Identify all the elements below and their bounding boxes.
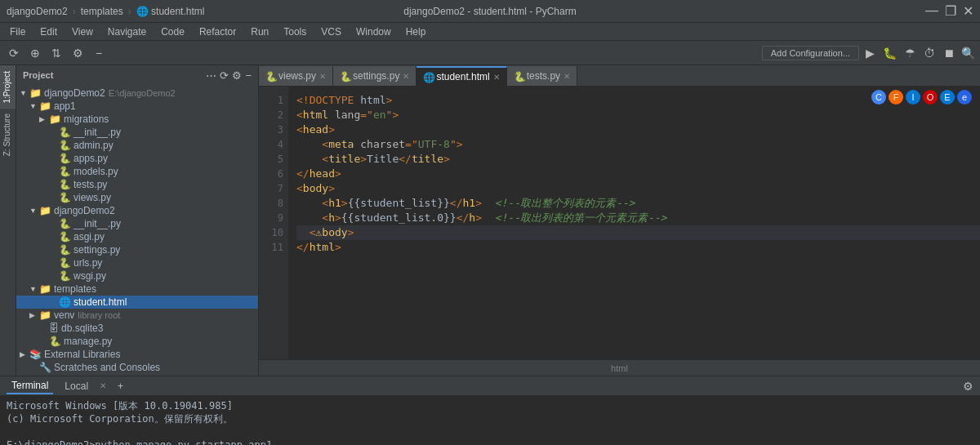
tree-item-migrations[interactable]: ▶ 📁 migrations: [16, 113, 258, 126]
tree-item-asgi[interactable]: 🐍 asgi.py: [16, 230, 258, 243]
edge-icon[interactable]: E: [940, 90, 955, 105]
sidebar-icon-minus[interactable]: −: [245, 69, 252, 82]
arrow-icon: ▶: [29, 311, 39, 319]
tree-item-student-html[interactable]: 🌐 student.html: [16, 296, 258, 309]
tree-item-app1-tests[interactable]: 🐍 tests.py: [16, 178, 258, 191]
opera-icon[interactable]: O: [923, 90, 938, 105]
tree-item-wsgi[interactable]: 🐍 wsgi.py: [16, 269, 258, 283]
sidebar-title: Project: [23, 70, 53, 80]
code-line-5: <title>Title</title>: [296, 152, 980, 167]
tree-item-sub-init[interactable]: 🐍 __init__.py: [16, 217, 258, 230]
minimize-button[interactable]: —: [925, 3, 938, 19]
menu-navigate[interactable]: Navigate: [101, 24, 153, 39]
terminal-settings-icon[interactable]: ⚙: [963, 380, 973, 393]
tree-item-db[interactable]: 🗄 db.sqlite3: [16, 322, 258, 335]
sidebar-icon-sync[interactable]: ⟳: [220, 69, 229, 82]
add-configuration-button[interactable]: Add Configuration...: [762, 46, 859, 60]
tree-item-root[interactable]: ▼ 📁 djangoDemo2 E:\djangoDemo2: [16, 87, 258, 100]
code-line-4: <meta charset="UTF-8">: [296, 137, 980, 152]
tree-item-app1-init[interactable]: 🐍 __init__.py: [16, 126, 258, 139]
terminal-tab[interactable]: Terminal: [7, 378, 53, 394]
python-icon: 🐍: [59, 270, 71, 282]
terminal-line-2: (c) Microsoft Corporation。保留所有权利。: [7, 412, 973, 425]
breadcrumb-file: 🌐 student.html: [136, 6, 205, 17]
menu-edit[interactable]: Edit: [33, 24, 64, 39]
tab-tests-py[interactable]: 🐍 tests.py ✕: [507, 66, 577, 86]
local-tab-close[interactable]: ✕: [100, 381, 106, 390]
run-button[interactable]: ▶: [862, 45, 878, 61]
vtab-structure[interactable]: Z: Structure: [0, 108, 16, 161]
sidebar-icon-dots[interactable]: ⋯: [206, 69, 216, 82]
library-icon: 📚: [29, 349, 42, 360]
sort-button[interactable]: ⇅: [47, 44, 65, 62]
tree-item-app1-views[interactable]: 🐍 views.py: [16, 191, 258, 204]
vtab-project[interactable]: 1:Project: [0, 65, 16, 108]
tree-item-models[interactable]: 🐍 models.py: [16, 165, 258, 178]
settings-button[interactable]: ⚙: [69, 44, 87, 62]
tab-student-html[interactable]: 🌐 student.html ✕: [416, 66, 506, 86]
folder-icon: 📁: [39, 100, 51, 112]
tree-item-djangodemo2-sub[interactable]: ▼ 📁 djangoDemo2: [16, 204, 258, 217]
code-content[interactable]: <!DOCTYPE html> <html lang="en"> <head> …: [288, 87, 980, 359]
close-button[interactable]: ✕: [963, 3, 973, 19]
python-icon: 🐍: [340, 71, 350, 81]
arrow-icon: ▶: [20, 350, 29, 358]
arrow-icon: ▼: [20, 89, 29, 97]
tree-item-app1[interactable]: ▼ 📁 app1: [16, 100, 258, 113]
menu-tools[interactable]: Tools: [277, 24, 313, 39]
menu-help[interactable]: Help: [399, 24, 433, 39]
python-icon: 🐍: [59, 231, 71, 243]
tree-item-admin[interactable]: 🐍 admin.py: [16, 139, 258, 152]
code-line-11: </html>: [296, 240, 980, 255]
sync-button[interactable]: ⟳: [5, 44, 23, 62]
add-button[interactable]: ⊕: [26, 44, 44, 62]
collapse-button[interactable]: −: [90, 44, 108, 62]
tab-close-tests[interactable]: ✕: [564, 72, 570, 81]
edge2-icon[interactable]: e: [957, 90, 972, 105]
sidebar-icon-gear[interactable]: ⚙: [232, 69, 242, 82]
search-icon[interactable]: 🔍: [961, 47, 975, 60]
menu-file[interactable]: File: [3, 24, 32, 39]
python-icon: 🐍: [59, 244, 71, 256]
coverage-button[interactable]: ☂: [902, 45, 919, 61]
browser-icons: C F I O E e: [871, 90, 972, 105]
menu-run[interactable]: Run: [244, 24, 275, 39]
python-icon: 🐍: [59, 140, 71, 151]
tree-item-settings[interactable]: 🐍 settings.py: [16, 243, 258, 256]
local-tab[interactable]: Local: [60, 379, 93, 394]
tree-item-scratches[interactable]: 🔧 Scratches and Consoles: [16, 361, 258, 374]
tree-item-apps[interactable]: 🐍 apps.py: [16, 152, 258, 165]
code-line-10: <⚠body>: [296, 225, 980, 240]
tab-views-py[interactable]: 🐍 views.py ✕: [259, 66, 333, 86]
code-line-2: <html lang="en">: [296, 108, 980, 122]
toolbar: ⟳ ⊕ ⇅ ⚙ − Add Configuration... ▶ 🐛 ☂ ⏱ ⏹…: [0, 41, 980, 65]
tab-settings-py[interactable]: 🐍 settings.py ✕: [333, 66, 416, 86]
menu-refactor[interactable]: Refactor: [193, 24, 243, 39]
chrome-icon[interactable]: C: [871, 90, 886, 105]
tree-item-ext-libs[interactable]: ▶ 📚 External Libraries: [16, 348, 258, 361]
ie-icon[interactable]: I: [906, 90, 920, 105]
tab-close-views[interactable]: ✕: [319, 72, 326, 81]
stop-button[interactable]: ⏹: [940, 45, 958, 61]
menu-view[interactable]: View: [65, 24, 100, 39]
menu-window[interactable]: Window: [350, 24, 398, 39]
tree-item-manage[interactable]: 🐍 manage.py: [16, 335, 258, 348]
maximize-button[interactable]: ❐: [945, 3, 956, 19]
folder-icon: 📁: [49, 113, 61, 125]
tab-close-settings[interactable]: ✕: [403, 72, 409, 81]
scratches-icon: 🔧: [39, 362, 51, 373]
terminal-content[interactable]: Microsoft Windows [版本 10.0.19041.985] (c…: [0, 396, 980, 445]
python-icon: 🐍: [59, 257, 71, 269]
menu-code[interactable]: Code: [154, 24, 191, 39]
profile-button[interactable]: ⏱: [920, 45, 938, 61]
tree-item-urls[interactable]: 🐍 urls.py: [16, 256, 258, 269]
add-terminal-button[interactable]: +: [113, 379, 128, 394]
firefox-icon[interactable]: F: [889, 90, 903, 105]
tab-close-student[interactable]: ✕: [493, 73, 500, 82]
window-controls[interactable]: — ❐ ✕: [925, 3, 973, 19]
tree-item-venv[interactable]: ▶ 📁 venv library root: [16, 309, 258, 322]
menu-vcs[interactable]: VCS: [314, 24, 348, 39]
code-editor[interactable]: 1 2 3 4 5 6 7 8 9 10 11 <!DOCTYPE html> …: [259, 87, 980, 359]
tree-item-templates[interactable]: ▼ 📁 templates: [16, 283, 258, 296]
debug-button[interactable]: 🐛: [880, 45, 900, 61]
